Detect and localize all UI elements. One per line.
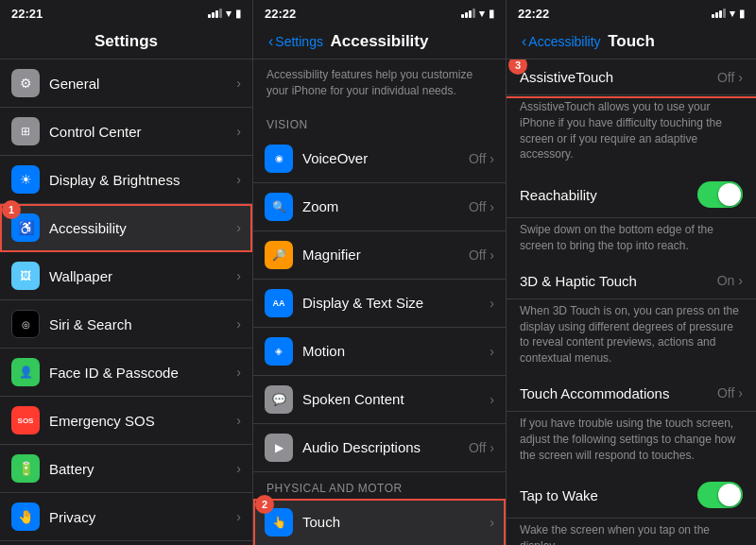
tap-to-wake-toggle[interactable] xyxy=(697,482,743,508)
settings-item-display[interactable]: ☀ Display & Brightness › xyxy=(0,156,252,204)
tap-to-wake-description: Wake the screen when you tap on the disp… xyxy=(507,519,756,545)
assistivetouch-row[interactable]: AssistiveTouch Off › xyxy=(507,60,756,95)
zoom-icon: 🔍 xyxy=(265,193,293,221)
vision-section-label: VISION xyxy=(253,109,506,135)
accessibility-item-display-text[interactable]: AA Display & Text Size › xyxy=(253,280,506,328)
chevron-icon: › xyxy=(490,440,494,455)
touch-header: ‹ Accessibility Touch xyxy=(507,26,756,60)
back-to-settings[interactable]: ‹ Settings xyxy=(268,34,323,49)
chevron-icon: › xyxy=(490,199,494,214)
status-bar-right: 22:22 ▾ ▮ xyxy=(507,0,756,26)
wifi-icon: ▾ xyxy=(226,8,232,20)
chevron-icon: › xyxy=(490,151,494,166)
haptic-touch-value: On xyxy=(717,273,735,288)
accessibility-item-spoken[interactable]: 💬 Spoken Content › xyxy=(253,376,506,424)
sos-label: Emergency SOS xyxy=(49,413,236,429)
toggle-knob-2 xyxy=(718,484,741,506)
accessibility-item-touch[interactable]: 2 👆 Touch › xyxy=(253,499,506,545)
chevron-icon: › xyxy=(490,344,494,359)
wifi-icon-r: ▾ xyxy=(730,8,735,20)
settings-item-battery[interactable]: 🔋 Battery › xyxy=(0,445,252,493)
status-bar-middle: 22:22 ▾ ▮ xyxy=(253,0,506,26)
siri-label: Siri & Search xyxy=(49,316,236,332)
touch-accommodations-row[interactable]: Touch Accommodations Off › xyxy=(507,376,756,412)
accessibility-item-motion[interactable]: ◈ Motion › xyxy=(253,328,506,376)
chevron-icon: › xyxy=(236,461,241,476)
faceid-icon: 👤 xyxy=(11,358,40,386)
motion-label: Motion xyxy=(302,343,490,359)
settings-panel: 22:21 ▾ ▮ Settings ⚙ General › ⊞ Control… xyxy=(0,0,253,545)
back-label-middle: Settings xyxy=(275,34,323,49)
reachability-row[interactable]: Reachability xyxy=(507,172,756,218)
chevron-icon: › xyxy=(490,515,494,530)
assistivetouch-value-group: Off › xyxy=(717,70,743,85)
privacy-icon: 🤚 xyxy=(11,502,40,531)
reachability-toggle[interactable] xyxy=(697,181,743,208)
magnifier-value: Off xyxy=(469,247,486,263)
motion-icon: ◈ xyxy=(265,337,293,366)
tap-to-wake-row[interactable]: Tap to Wake xyxy=(507,472,756,519)
settings-title: Settings xyxy=(15,32,237,51)
chevron-icon: › xyxy=(236,220,241,235)
settings-item-accessibility[interactable]: 1 ♿ Accessibility › xyxy=(0,204,252,252)
physical-section-label: PHYSICAL AND MOTOR xyxy=(253,472,506,499)
touch-accommodations-label: Touch Accommodations xyxy=(520,385,669,401)
accessibility-item-zoom[interactable]: 🔍 Zoom Off › xyxy=(253,183,506,231)
haptic-touch-row[interactable]: 3D & Haptic Touch On › xyxy=(507,264,756,299)
settings-item-control-center[interactable]: ⊞ Control Center › xyxy=(0,108,252,156)
battery-icon: ▮ xyxy=(235,8,241,20)
back-label-right: Accessibility xyxy=(528,34,600,49)
audio-desc-value: Off xyxy=(469,440,486,455)
settings-item-itunes[interactable]: A iTunes & App Store › xyxy=(0,541,252,545)
chevron-icon: › xyxy=(236,172,241,187)
wallpaper-icon: 🖼 xyxy=(11,262,40,290)
zoom-value: Off xyxy=(469,199,486,214)
time-right: 22:22 xyxy=(518,7,549,21)
back-to-accessibility[interactable]: ‹ Accessibility xyxy=(522,34,601,49)
settings-item-faceid[interactable]: 👤 Face ID & Passcode › xyxy=(0,349,252,397)
display-label: Display & Brightness xyxy=(49,172,236,188)
touch-title: Touch xyxy=(608,32,655,51)
touch-accommodations-chevron: › xyxy=(738,385,743,400)
reachability-description: Swipe down on the bottom edge of the scr… xyxy=(507,218,756,264)
siri-icon: ◎ xyxy=(11,310,40,338)
tap-to-wake-label: Tap to Wake xyxy=(520,487,598,503)
back-chevron-icon: ‹ xyxy=(268,34,273,49)
chevron-icon: › xyxy=(490,296,494,311)
faceid-label: Face ID & Passcode xyxy=(49,365,236,381)
settings-item-wallpaper[interactable]: 🖼 Wallpaper › xyxy=(0,252,252,300)
status-bar-left: 22:21 ▾ ▮ xyxy=(0,0,252,26)
assistivetouch-description: AssistiveTouch allows you to use your iP… xyxy=(507,95,756,172)
touch-accommodations-description: If you have trouble using the touch scre… xyxy=(507,412,756,472)
accessibility-item-magnifier[interactable]: 🔎 Magnifier Off › xyxy=(253,231,506,280)
settings-item-sos[interactable]: SOS Emergency SOS › xyxy=(0,397,252,445)
chevron-icon: › xyxy=(490,247,494,263)
touch-label: Touch xyxy=(302,514,490,530)
time-middle: 22:22 xyxy=(265,7,296,21)
accessibility-item-audio-desc[interactable]: ▶ Audio Descriptions Off › xyxy=(253,424,506,472)
settings-list: ⚙ General › ⊞ Control Center › ☀ Display… xyxy=(0,60,252,545)
settings-item-privacy[interactable]: 🤚 Privacy › xyxy=(0,493,252,541)
chevron-icon: › xyxy=(236,413,241,428)
settings-item-general[interactable]: ⚙ General › xyxy=(0,60,252,108)
accessibility-item-voiceover[interactable]: ◉ VoiceOver Off › xyxy=(253,135,506,183)
settings-header: Settings xyxy=(0,26,252,60)
chevron-icon: › xyxy=(236,124,241,139)
status-icons-middle: ▾ ▮ xyxy=(461,8,494,20)
zoom-label: Zoom xyxy=(302,198,469,214)
wallpaper-label: Wallpaper xyxy=(49,268,236,284)
haptic-touch-description: When 3D Touch is on, you can press on th… xyxy=(507,299,756,376)
signal-icon-m xyxy=(461,9,475,18)
accessibility-header: ‹ Settings Accessibility xyxy=(253,26,506,60)
settings-item-siri[interactable]: ◎ Siri & Search › xyxy=(0,300,252,349)
signal-icon xyxy=(208,9,222,18)
battery-icon-m: ▮ xyxy=(489,8,494,20)
general-label: General xyxy=(49,76,236,92)
touch-header-row: ‹ Accessibility Touch xyxy=(522,32,741,51)
wifi-icon-m: ▾ xyxy=(479,8,485,20)
step1-badge: 1 xyxy=(2,200,21,219)
control-center-icon: ⊞ xyxy=(11,117,40,145)
privacy-label: Privacy xyxy=(49,509,236,525)
signal-icon-r xyxy=(712,9,726,18)
reachability-label: Reachability xyxy=(520,187,597,203)
